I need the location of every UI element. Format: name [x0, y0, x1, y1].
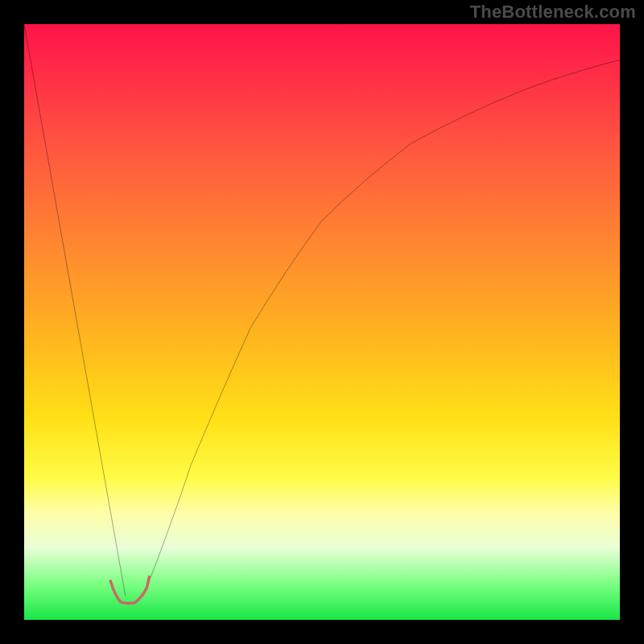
watermark-text: TheBottleneck.com [470, 2, 636, 23]
plot-area [24, 24, 620, 620]
curve-layer [24, 24, 620, 620]
curve-right-arm [143, 60, 620, 596]
curve-left-arm [24, 24, 126, 596]
chart-frame: TheBottleneck.com [0, 0, 644, 644]
bottom-hook-marker [110, 577, 149, 604]
